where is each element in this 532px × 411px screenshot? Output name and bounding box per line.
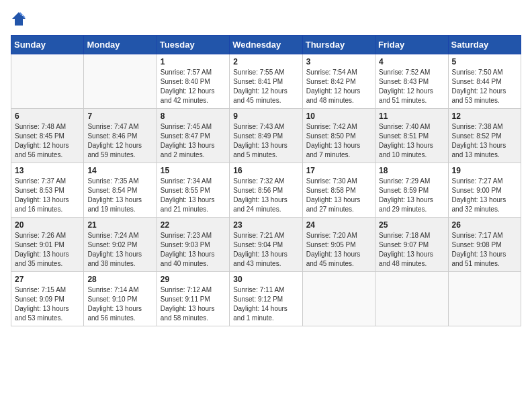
calendar-cell: 12Sunrise: 7:38 AM Sunset: 8:52 PM Dayli… <box>448 109 521 163</box>
calendar-cell: 3Sunrise: 7:54 AM Sunset: 8:42 PM Daylig… <box>302 54 375 109</box>
day-info: Sunrise: 7:38 AM Sunset: 8:52 PM Dayligh… <box>452 122 517 160</box>
day-number: 26 <box>452 220 517 230</box>
calendar-cell <box>448 272 521 326</box>
calendar-cell: 28Sunrise: 7:14 AM Sunset: 9:10 PM Dayli… <box>84 272 157 326</box>
day-number: 19 <box>452 166 517 175</box>
day-info: Sunrise: 7:27 AM Sunset: 9:00 PM Dayligh… <box>452 177 517 214</box>
calendar-cell: 14Sunrise: 7:35 AM Sunset: 8:54 PM Dayli… <box>84 163 157 218</box>
calendar-cell <box>375 272 448 326</box>
day-number: 13 <box>15 166 80 175</box>
day-header-row: SundayMondayTuesdayWednesdayThursdayFrid… <box>11 36 521 54</box>
day-info: Sunrise: 7:21 AM Sunset: 9:04 PM Dayligh… <box>233 231 298 269</box>
calendar-cell: 20Sunrise: 7:26 AM Sunset: 9:01 PM Dayli… <box>11 218 84 272</box>
day-info: Sunrise: 7:18 AM Sunset: 9:07 PM Dayligh… <box>379 231 444 269</box>
day-number: 22 <box>161 220 226 230</box>
calendar-week-row: 6Sunrise: 7:48 AM Sunset: 8:45 PM Daylig… <box>11 109 521 163</box>
day-number: 21 <box>87 220 152 230</box>
day-number: 2 <box>233 57 298 66</box>
day-info: Sunrise: 7:57 AM Sunset: 8:40 PM Dayligh… <box>161 68 226 105</box>
day-info: Sunrise: 7:47 AM Sunset: 8:46 PM Dayligh… <box>87 122 152 160</box>
calendar-cell: 27Sunrise: 7:15 AM Sunset: 9:09 PM Dayli… <box>11 272 84 326</box>
calendar-cell: 9Sunrise: 7:43 AM Sunset: 8:49 PM Daylig… <box>230 109 302 163</box>
day-info: Sunrise: 7:17 AM Sunset: 9:08 PM Dayligh… <box>452 231 517 269</box>
day-info: Sunrise: 7:40 AM Sunset: 8:51 PM Dayligh… <box>379 122 444 160</box>
calendar-cell: 19Sunrise: 7:27 AM Sunset: 9:00 PM Dayli… <box>448 163 521 218</box>
calendar-cell <box>84 54 157 109</box>
calendar-cell: 29Sunrise: 7:12 AM Sunset: 9:11 PM Dayli… <box>157 272 229 326</box>
calendar-week-row: 13Sunrise: 7:37 AM Sunset: 8:53 PM Dayli… <box>11 163 521 218</box>
calendar-cell: 17Sunrise: 7:30 AM Sunset: 8:58 PM Dayli… <box>302 163 375 218</box>
day-of-week-header: Wednesday <box>230 36 302 54</box>
calendar-cell: 22Sunrise: 7:23 AM Sunset: 9:03 PM Dayli… <box>157 218 229 272</box>
day-number: 5 <box>452 57 517 66</box>
day-info: Sunrise: 7:52 AM Sunset: 8:43 PM Dayligh… <box>379 68 444 105</box>
calendar-cell: 4Sunrise: 7:52 AM Sunset: 8:43 PM Daylig… <box>375 54 448 109</box>
calendar-table: SundayMondayTuesdayWednesdayThursdayFrid… <box>11 35 521 326</box>
day-number: 7 <box>87 111 152 121</box>
day-number: 12 <box>452 111 517 121</box>
day-info: Sunrise: 7:45 AM Sunset: 8:47 PM Dayligh… <box>161 122 226 160</box>
calendar-header: SundayMondayTuesdayWednesdayThursdayFrid… <box>11 36 521 54</box>
day-info: Sunrise: 7:43 AM Sunset: 8:49 PM Dayligh… <box>233 122 298 160</box>
day-number: 17 <box>306 166 371 175</box>
day-number: 9 <box>233 111 298 121</box>
day-info: Sunrise: 7:32 AM Sunset: 8:56 PM Dayligh… <box>233 177 298 214</box>
day-info: Sunrise: 7:50 AM Sunset: 8:44 PM Dayligh… <box>452 68 517 105</box>
page-header <box>11 11 521 27</box>
calendar-cell: 15Sunrise: 7:34 AM Sunset: 8:55 PM Dayli… <box>157 163 229 218</box>
calendar-cell: 5Sunrise: 7:50 AM Sunset: 8:44 PM Daylig… <box>448 54 521 109</box>
calendar-cell: 6Sunrise: 7:48 AM Sunset: 8:45 PM Daylig… <box>11 109 84 163</box>
calendar-cell: 26Sunrise: 7:17 AM Sunset: 9:08 PM Dayli… <box>448 218 521 272</box>
day-number: 1 <box>161 57 226 66</box>
day-number: 14 <box>87 166 152 175</box>
day-number: 10 <box>306 111 371 121</box>
logo <box>11 11 28 27</box>
day-info: Sunrise: 7:29 AM Sunset: 8:59 PM Dayligh… <box>379 177 444 214</box>
calendar-cell: 16Sunrise: 7:32 AM Sunset: 8:56 PM Dayli… <box>230 163 302 218</box>
day-number: 11 <box>379 111 444 121</box>
day-number: 25 <box>379 220 444 230</box>
day-info: Sunrise: 7:14 AM Sunset: 9:10 PM Dayligh… <box>87 285 152 323</box>
calendar-cell: 30Sunrise: 7:11 AM Sunset: 9:12 PM Dayli… <box>230 272 302 326</box>
day-number: 3 <box>306 57 371 66</box>
day-info: Sunrise: 7:24 AM Sunset: 9:02 PM Dayligh… <box>87 231 152 269</box>
day-info: Sunrise: 7:34 AM Sunset: 8:55 PM Dayligh… <box>161 177 226 214</box>
day-number: 18 <box>379 166 444 175</box>
day-number: 27 <box>15 275 80 284</box>
day-info: Sunrise: 7:42 AM Sunset: 8:50 PM Dayligh… <box>306 122 371 160</box>
day-number: 4 <box>379 57 444 66</box>
day-of-week-header: Friday <box>375 36 448 54</box>
day-number: 28 <box>87 275 152 284</box>
calendar-cell: 11Sunrise: 7:40 AM Sunset: 8:51 PM Dayli… <box>375 109 448 163</box>
calendar-week-row: 20Sunrise: 7:26 AM Sunset: 9:01 PM Dayli… <box>11 218 521 272</box>
calendar-cell: 7Sunrise: 7:47 AM Sunset: 8:46 PM Daylig… <box>84 109 157 163</box>
calendar-cell <box>11 54 84 109</box>
svg-marker-0 <box>12 12 26 26</box>
calendar-cell <box>302 272 375 326</box>
day-number: 24 <box>306 220 371 230</box>
day-number: 23 <box>233 220 298 230</box>
day-info: Sunrise: 7:26 AM Sunset: 9:01 PM Dayligh… <box>15 231 80 269</box>
day-number: 30 <box>233 275 298 284</box>
calendar-body: 1Sunrise: 7:57 AM Sunset: 8:40 PM Daylig… <box>11 54 521 326</box>
day-info: Sunrise: 7:23 AM Sunset: 9:03 PM Dayligh… <box>161 231 226 269</box>
calendar-cell: 1Sunrise: 7:57 AM Sunset: 8:40 PM Daylig… <box>157 54 229 109</box>
day-number: 6 <box>15 111 80 121</box>
day-info: Sunrise: 7:15 AM Sunset: 9:09 PM Dayligh… <box>15 285 80 323</box>
calendar-cell: 18Sunrise: 7:29 AM Sunset: 8:59 PM Dayli… <box>375 163 448 218</box>
calendar-cell: 21Sunrise: 7:24 AM Sunset: 9:02 PM Dayli… <box>84 218 157 272</box>
day-info: Sunrise: 7:11 AM Sunset: 9:12 PM Dayligh… <box>233 285 298 323</box>
day-info: Sunrise: 7:12 AM Sunset: 9:11 PM Dayligh… <box>161 285 226 323</box>
day-of-week-header: Thursday <box>302 36 375 54</box>
calendar-cell: 8Sunrise: 7:45 AM Sunset: 8:47 PM Daylig… <box>157 109 229 163</box>
calendar-cell: 10Sunrise: 7:42 AM Sunset: 8:50 PM Dayli… <box>302 109 375 163</box>
calendar-cell: 23Sunrise: 7:21 AM Sunset: 9:04 PM Dayli… <box>230 218 302 272</box>
day-of-week-header: Tuesday <box>157 36 229 54</box>
day-info: Sunrise: 7:54 AM Sunset: 8:42 PM Dayligh… <box>306 68 371 105</box>
calendar-cell: 24Sunrise: 7:20 AM Sunset: 9:05 PM Dayli… <box>302 218 375 272</box>
calendar-cell: 25Sunrise: 7:18 AM Sunset: 9:07 PM Dayli… <box>375 218 448 272</box>
day-number: 20 <box>15 220 80 230</box>
day-info: Sunrise: 7:48 AM Sunset: 8:45 PM Dayligh… <box>15 122 80 160</box>
day-of-week-header: Sunday <box>11 36 84 54</box>
calendar-week-row: 1Sunrise: 7:57 AM Sunset: 8:40 PM Daylig… <box>11 54 521 109</box>
